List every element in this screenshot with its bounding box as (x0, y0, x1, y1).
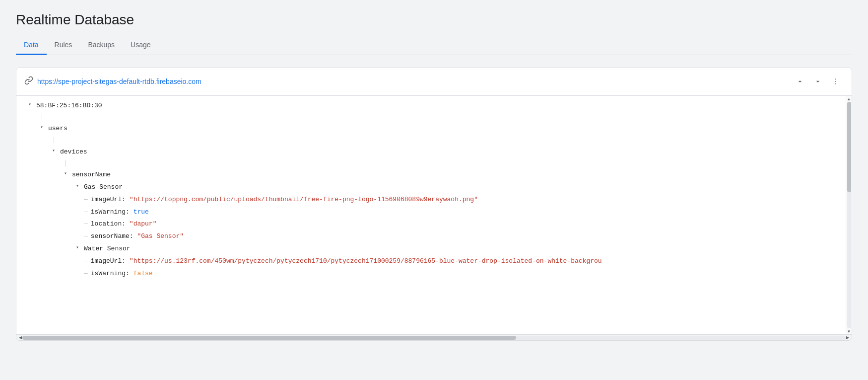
scrollbar-y[interactable]: ▲ ▼ (846, 96, 852, 334)
tree-value-iswarning-water: false (134, 269, 153, 279)
tree-toggle[interactable]: ▾ (76, 182, 82, 190)
tree-row: │ (16, 158, 846, 169)
tree-value-imageurl-gas: "https://toppng.com/public/uploads/thumb… (130, 195, 478, 205)
tree-row-water-sensor: ▾ Water Sensor (16, 243, 846, 255)
tree-value-iswarning-gas: true (134, 207, 149, 218)
scrollbar-bottom[interactable]: ◀ ▶ (16, 334, 852, 340)
svg-point-1 (835, 81, 836, 82)
tree-key: imageUrl (91, 256, 122, 267)
scroll-down-btn[interactable]: ▼ (847, 329, 851, 333)
tree-toggle[interactable]: ▾ (28, 101, 34, 109)
tree-value-colon: : (126, 269, 134, 279)
svg-point-0 (835, 78, 836, 79)
svg-point-2 (835, 83, 836, 84)
scroll-up-btn[interactable]: ▲ (847, 97, 851, 101)
collapse-btn[interactable] (810, 74, 826, 89)
tree-row: │ (16, 135, 846, 146)
tree-value-colon: : (126, 207, 134, 218)
tree-value-colon: : (122, 195, 130, 205)
tree-value-sensorname-gas: "Gas Sensor" (137, 231, 184, 242)
tree-key: location (91, 219, 122, 229)
tabs-bar: Data Rules Backups Usage (16, 36, 852, 55)
tree-value-colon: : (130, 231, 137, 242)
tree-key: sensorName (91, 231, 130, 242)
tree-key-gas-sensor: Gas Sensor (84, 182, 123, 193)
tree-key: isWarning (91, 269, 126, 279)
tab-backups[interactable]: Backups (80, 36, 123, 55)
tree-row-devices: ▾ devices (16, 146, 846, 158)
tree-row-imageurl-gas: — imageUrl : "https://toppng.com/public/… (16, 194, 846, 206)
tab-usage[interactable]: Usage (123, 36, 158, 55)
tree-row: │ (16, 112, 846, 123)
tree-toggle[interactable]: ▾ (52, 147, 58, 155)
tree-row-location-gas: — location : "dapur" (16, 218, 846, 230)
page-title: Realtime Database (16, 12, 852, 28)
scrollbar-thumb-x[interactable] (22, 336, 516, 340)
panel-body: ▾ 58:BF:25:16:BD:30 │ ▾ users │ (16, 96, 852, 334)
scrollbar-track-x[interactable] (22, 336, 846, 340)
database-panel: https://spe-project-sitegas-default-rtdb… (16, 67, 852, 341)
tree-row-imageurl-water: — imageUrl : "https://us.123rf.com/450wm… (16, 255, 846, 268)
tree-key-water-sensor: Water Sensor (84, 244, 131, 254)
tree-key: imageUrl (91, 195, 122, 205)
tree-toggle[interactable]: ▾ (64, 170, 70, 178)
tree-row-sensorname-gas: — sensorName : "Gas Sensor" (16, 230, 846, 243)
tree-key: 58:BF:25:16:BD:30 (36, 101, 102, 111)
tree-row-iswarning-water: — isWarning : false (16, 268, 846, 280)
tree-value-location-gas: "dapur" (130, 219, 157, 229)
scrollbar-thumb-y[interactable] (847, 102, 851, 192)
tree-value-imageurl-water: "https://us.123rf.com/450wm/pytyczech/py… (130, 256, 602, 267)
tree-value-colon: : (122, 219, 130, 229)
expand-btn[interactable] (792, 74, 808, 89)
data-tree[interactable]: ▾ 58:BF:25:16:BD:30 │ ▾ users │ (16, 96, 846, 334)
scroll-right-btn[interactable]: ▶ (846, 335, 850, 340)
tree-row: ▾ 58:BF:25:16:BD:30 (16, 100, 846, 112)
panel-header-actions (792, 74, 844, 89)
tree-key-devices: devices (60, 147, 87, 157)
more-btn[interactable] (828, 74, 844, 89)
tree-key-users: users (48, 124, 67, 134)
tree-value-colon: : (122, 256, 130, 267)
tree-key: isWarning (91, 207, 126, 218)
link-icon (24, 76, 33, 87)
scrollbar-track-y[interactable] (847, 102, 851, 328)
tree-toggle[interactable]: ▾ (76, 244, 82, 252)
tree-key-sensorname: sensorName (72, 170, 111, 180)
tab-rules[interactable]: Rules (47, 36, 80, 55)
tree-toggle[interactable]: ▾ (40, 124, 46, 132)
tree-row-gas-sensor: ▾ Gas Sensor (16, 181, 846, 194)
panel-header: https://spe-project-sitegas-default-rtdb… (16, 68, 852, 96)
scroll-left-btn[interactable]: ◀ (18, 335, 22, 340)
database-url: https://spe-project-sitegas-default-rtdb… (37, 77, 788, 85)
tree-row-sensorname: ▾ sensorName (16, 169, 846, 181)
tree-row-users: ▾ users (16, 123, 846, 135)
tree-row-iswarning-gas: — isWarning : true (16, 206, 846, 219)
tab-data[interactable]: Data (16, 36, 47, 55)
